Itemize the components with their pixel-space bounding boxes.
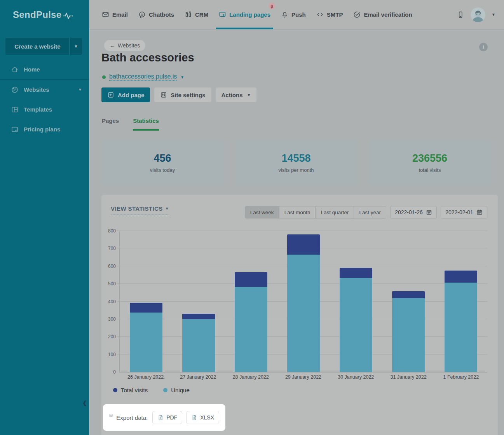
chevron-down-icon[interactable]: ▼ [70,38,82,55]
gridline [117,231,487,231]
stat-card-total-visits: 236556total visits [369,140,491,185]
actions-button[interactable]: Actions ▼ [216,87,257,102]
x-label-slot: 31 January 2022 [382,374,434,380]
nav-item-push[interactable]: Push [281,0,306,29]
date-range-group: Last weekLast monthLast quarterLast year [245,206,386,218]
nav-item-label: Landing pages [229,11,270,18]
back-to-websites-button[interactable]: ← Websites [104,40,145,51]
stats-cards: 456visits today14558visits per month2365… [101,140,491,185]
segment-unique [392,298,425,372]
x-label-slot: 30 January 2022 [330,374,382,380]
export-xlsx-button[interactable]: XLSX [186,411,219,424]
logo[interactable]: SendPulse [0,0,89,30]
segment-total-visits [130,303,162,313]
stacked-bar-30-january-2022[interactable] [340,268,372,372]
date-to-input[interactable]: 2022-02-01 [441,206,487,218]
nav-item-landing-pages[interactable]: Landing pagesβ [219,0,270,29]
sidebar-item-pricing-plans[interactable]: Pricing plans [0,119,89,139]
stacked-bar-27-january-2022[interactable] [182,314,215,372]
stacked-bar-28-january-2022[interactable] [235,272,267,372]
nav-item-email[interactable]: Email [102,0,128,29]
x-axis-label: 28 January 2022 [233,374,269,380]
segment-unique [445,283,477,372]
chevron-down-icon: ▼ [165,206,169,211]
main-content: ← Websites i Bath accessories bathaccess… [89,30,504,435]
y-axis-label: 300 [108,316,116,322]
x-axis-label: 26 January 2022 [127,374,164,380]
bar-slot [225,231,277,372]
stat-value: 14558 [281,152,310,164]
sidebar-item-websites[interactable]: Websites▼ [0,80,89,100]
stacked-bar-1-february-2022[interactable] [445,271,477,372]
code-icon [316,11,324,18]
export-pdf-button[interactable]: PDF [152,411,182,424]
stacked-bar-26-january-2022[interactable] [130,303,162,372]
avatar[interactable] [471,7,485,22]
home-icon [11,66,19,73]
calendar-icon[interactable] [476,209,483,215]
x-label-slot: 28 January 2022 [225,374,277,380]
chevron-down-icon[interactable]: ▼ [492,12,495,17]
export-icon [109,414,113,421]
view-statistics-dropdown[interactable]: VIEW STATISTICS ▼ [111,205,169,215]
segment-total-visits [182,314,215,319]
stat-label: visits per month [278,167,314,173]
chart-filters: Last weekLast monthLast quarterLast year… [245,206,487,218]
site-settings-button[interactable]: Site settings [154,87,211,102]
bar-slot [435,231,487,372]
tab-pages[interactable]: Pages [102,117,119,131]
date-from-input[interactable]: 2022-01-26 [390,206,437,218]
site-domain-link[interactable]: bathaccessories.pulse.is [109,73,177,81]
mobile-app-icon[interactable] [457,11,464,19]
stat-value: 236556 [412,152,447,164]
site-settings-label: Site settings [171,92,205,98]
legend-label: Total visits [121,387,148,393]
segment-unique [287,255,320,372]
chart-legend: Total visitsUnique [113,387,190,393]
page-title: Bath accessories [101,51,194,64]
x-axis-label: 31 January 2022 [390,374,426,380]
range-button-last-week[interactable]: Last week [245,206,279,218]
sidebar-item-label: Websites [24,86,49,93]
plus-square-icon [107,91,114,98]
nav-item-chatbots[interactable]: Chatbots [138,0,174,29]
y-axis-label: 100 [108,352,116,357]
doc-icon [157,414,164,421]
segment-unique [182,319,215,372]
chevron-down-icon[interactable]: ▼ [180,75,184,79]
stacked-bar-31-january-2022[interactable] [392,291,425,372]
nav-item-email-verification[interactable]: Email verification [353,0,412,29]
calendar-icon[interactable] [426,209,432,215]
sidebar-item-templates[interactable]: Templates [0,100,89,119]
top-navbar: EmailChatbotsCRMLanding pagesβPushSMTPEm… [89,0,504,30]
create-website-button[interactable]: Create a website ▼ [5,38,82,55]
y-axis-label: 800 [108,228,116,234]
info-icon[interactable]: i [479,43,488,51]
x-axis-label: 27 January 2022 [180,374,216,380]
range-button-last-month[interactable]: Last month [279,206,316,218]
bar-slot [172,231,225,372]
export-button-label: XLSX [200,414,214,421]
export-button-label: PDF [166,414,177,421]
logo-text: SendPulse [13,9,61,20]
add-page-label: Add page [118,92,144,98]
add-page-button[interactable]: Add page [101,87,150,102]
domain-row: bathaccessories.pulse.is ▼ [102,73,184,81]
sidebar-menu: HomeWebsites▼TemplatesPricing plans [0,59,89,139]
nav-item-crm[interactable]: CRM [185,0,208,29]
segment-unique [130,313,162,372]
email-icon [102,11,109,18]
bar-slot [120,231,172,372]
tab-statistics[interactable]: Statistics [133,117,159,131]
sidebar-item-home[interactable]: Home [0,59,89,79]
stacked-bar-29-january-2022[interactable] [287,234,320,372]
nav-item-smtp[interactable]: SMTP [316,0,343,29]
sidebar-collapse-button[interactable]: ‹ [83,398,87,407]
x-label-slot: 29 January 2022 [277,374,330,380]
date-to-value: 2022-02-01 [445,209,473,215]
doc-icon [191,414,197,421]
templates-icon [11,106,19,114]
range-button-last-quarter[interactable]: Last quarter [315,206,354,218]
nav-items: EmailChatbotsCRMLanding pagesβPushSMTPEm… [102,0,412,29]
range-button-last-year[interactable]: Last year [354,206,386,218]
